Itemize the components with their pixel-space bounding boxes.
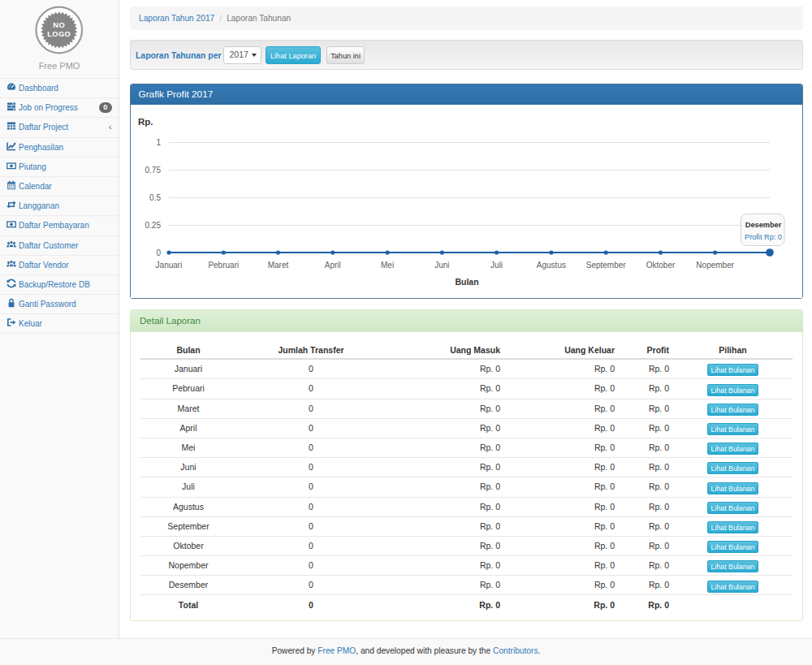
svg-text:Nopember: Nopember	[696, 260, 734, 269]
svg-text:Agustus: Agustus	[537, 260, 566, 269]
svg-text:0: 0	[156, 248, 161, 257]
svg-text:September: September	[586, 260, 627, 269]
svg-text:0.5: 0.5	[149, 192, 161, 201]
svg-text:Juni: Juni	[434, 260, 449, 269]
svg-text:Oktober: Oktober	[646, 260, 676, 269]
svg-text:Profit Rp: 0: Profit Rp: 0	[745, 232, 782, 240]
svg-text:LOGO: LOGO	[47, 30, 71, 38]
svg-text:0.75: 0.75	[145, 165, 162, 174]
svg-text:Juli: Juli	[490, 260, 503, 269]
svg-text:Januari: Januari	[156, 260, 183, 269]
svg-text:NO: NO	[53, 21, 65, 29]
svg-text:1: 1	[156, 137, 161, 146]
svg-text:April: April	[325, 260, 341, 269]
svg-text:0.25: 0.25	[145, 220, 162, 229]
svg-text:Pebruari: Pebruari	[208, 260, 239, 269]
svg-text:Mei: Mei	[381, 260, 394, 269]
svg-text:Maret: Maret	[268, 260, 289, 269]
svg-text:Desember: Desember	[745, 221, 782, 229]
svg-text:Bulan: Bulan	[455, 276, 478, 286]
svg-text:Rp.: Rp.	[138, 117, 153, 127]
